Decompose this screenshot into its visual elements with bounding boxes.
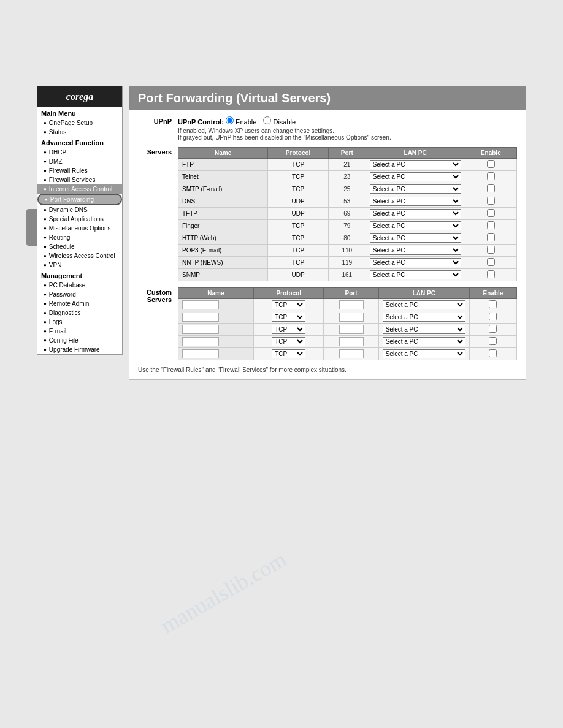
custom-name-input-3[interactable]: [182, 337, 219, 346]
custom-lanpc-0[interactable]: Select a PC: [378, 299, 469, 311]
server-enable-checkbox-7[interactable]: [487, 246, 495, 254]
server-enable-checkbox-0[interactable]: [487, 160, 495, 168]
custom-enable-1[interactable]: [469, 311, 516, 324]
server-enable-6[interactable]: [465, 232, 516, 245]
server-enable-1[interactable]: [465, 171, 516, 183]
custom-port-input-1[interactable]: [339, 313, 364, 322]
server-lanpc-select-9[interactable]: Select a PC: [370, 270, 461, 279]
server-lanpc-select-0[interactable]: Select a PC: [370, 160, 461, 169]
sidebar-item-upgrade-firmware[interactable]: ● Upgrade Firmware: [37, 345, 122, 354]
custom-lanpc-2[interactable]: Select a PC: [378, 324, 469, 336]
sidebar-item-diagnostics[interactable]: ● Diagnostics: [37, 308, 122, 317]
server-enable-8[interactable]: [465, 257, 516, 269]
custom-name-input-4[interactable]: [182, 349, 219, 358]
custom-lanpc-select-0[interactable]: Select a PC: [383, 300, 465, 309]
custom-name-4[interactable]: [178, 348, 254, 360]
custom-port-4[interactable]: [324, 348, 378, 360]
server-enable-7[interactable]: [465, 245, 516, 257]
sidebar-item-status[interactable]: ● Status: [37, 127, 122, 137]
custom-lanpc-select-2[interactable]: Select a PC: [383, 325, 465, 334]
server-lanpc-select-6[interactable]: Select a PC: [370, 233, 461, 243]
custom-enable-checkbox-1[interactable]: [489, 313, 497, 320]
custom-port-input-4[interactable]: [339, 349, 364, 358]
server-enable-checkbox-9[interactable]: [487, 270, 495, 278]
custom-protocol-0[interactable]: TCP UDP: [253, 299, 324, 311]
sidebar-item-schedule[interactable]: ● Schedule: [37, 242, 122, 251]
server-enable-checkbox-2[interactable]: [487, 184, 495, 192]
server-enable-checkbox-4[interactable]: [487, 209, 495, 217]
custom-port-input-0[interactable]: [339, 300, 364, 309]
custom-name-1[interactable]: [178, 311, 254, 324]
custom-protocol-select-3[interactable]: TCP UDP: [272, 337, 305, 346]
sidebar-item-port-forwarding[interactable]: ● Port Forwarding: [37, 194, 122, 205]
server-enable-3[interactable]: [465, 195, 516, 208]
server-lanpc-select-4[interactable]: Select a PC: [370, 209, 461, 218]
server-lanpc-select-5[interactable]: Select a PC: [370, 221, 461, 230]
custom-port-0[interactable]: [324, 299, 378, 311]
server-enable-checkbox-3[interactable]: [487, 197, 495, 205]
upnp-disable-radio[interactable]: [263, 116, 271, 124]
server-enable-4[interactable]: [465, 208, 516, 220]
server-lanpc-7[interactable]: Select a PC: [366, 245, 465, 257]
custom-port-2[interactable]: [324, 324, 378, 336]
server-enable-checkbox-1[interactable]: [487, 172, 495, 180]
server-enable-checkbox-8[interactable]: [487, 258, 495, 266]
server-enable-0[interactable]: [465, 159, 516, 171]
upnp-enable-radio[interactable]: [226, 116, 234, 124]
custom-port-3[interactable]: [324, 336, 378, 348]
sidebar-item-internet-access-control[interactable]: ● Internet Access Control: [37, 184, 122, 194]
sidebar-item-special-applications[interactable]: ● Special Applications: [37, 214, 122, 224]
custom-lanpc-4[interactable]: Select a PC: [378, 348, 469, 360]
sidebar-item-remote-admin[interactable]: ● Remote Admin: [37, 299, 122, 308]
server-lanpc-select-2[interactable]: Select a PC: [370, 184, 461, 194]
custom-protocol-select-4[interactable]: TCP UDP: [272, 349, 305, 358]
custom-name-input-2[interactable]: [182, 325, 219, 334]
sidebar-item-dmz[interactable]: ● DMZ: [37, 157, 122, 166]
sidebar-item-onepage-setup[interactable]: ● OnePage Setup: [37, 118, 122, 127]
sidebar-item-config-file[interactable]: ● Config File: [37, 336, 122, 345]
custom-enable-checkbox-2[interactable]: [489, 325, 497, 333]
custom-name-2[interactable]: [178, 324, 254, 336]
sidebar-item-routing[interactable]: ● Routing: [37, 233, 122, 242]
sidebar-item-dhcp[interactable]: ● DHCP: [37, 148, 122, 157]
server-lanpc-5[interactable]: Select a PC: [366, 220, 465, 232]
server-lanpc-select-3[interactable]: Select a PC: [370, 197, 461, 206]
server-lanpc-0[interactable]: Select a PC: [366, 159, 465, 171]
server-lanpc-4[interactable]: Select a PC: [366, 208, 465, 220]
server-lanpc-select-7[interactable]: Select a PC: [370, 246, 461, 255]
custom-lanpc-select-1[interactable]: Select a PC: [383, 313, 465, 322]
custom-enable-checkbox-3[interactable]: [489, 337, 497, 345]
sidebar-item-email[interactable]: ● E-mail: [37, 327, 122, 336]
server-lanpc-select-1[interactable]: Select a PC: [370, 172, 461, 181]
custom-protocol-1[interactable]: TCP UDP: [253, 311, 324, 324]
custom-protocol-3[interactable]: TCP UDP: [253, 336, 324, 348]
upnp-disable-label[interactable]: Disable: [263, 118, 296, 126]
custom-lanpc-select-3[interactable]: Select a PC: [383, 337, 465, 346]
server-enable-5[interactable]: [465, 220, 516, 232]
server-enable-checkbox-6[interactable]: [487, 233, 495, 241]
server-lanpc-select-8[interactable]: Select a PC: [370, 258, 461, 267]
custom-enable-3[interactable]: [469, 336, 516, 348]
custom-enable-4[interactable]: [469, 348, 516, 360]
custom-port-1[interactable]: [324, 311, 378, 324]
custom-protocol-select-2[interactable]: TCP UDP: [272, 325, 305, 334]
custom-enable-0[interactable]: [469, 299, 516, 311]
custom-protocol-4[interactable]: TCP UDP: [253, 348, 324, 360]
sidebar-item-miscellaneous-options[interactable]: ● Miscellaneous Options: [37, 224, 122, 233]
sidebar-item-pc-database[interactable]: ● PC Database: [37, 281, 122, 290]
custom-port-input-2[interactable]: [339, 325, 364, 334]
custom-name-0[interactable]: [178, 299, 254, 311]
custom-lanpc-select-4[interactable]: Select a PC: [383, 349, 465, 358]
server-lanpc-9[interactable]: Select a PC: [366, 269, 465, 281]
custom-name-input-0[interactable]: [182, 300, 219, 309]
server-lanpc-3[interactable]: Select a PC: [366, 195, 465, 208]
sidebar-item-firewall-rules[interactable]: ● Firewall Rules: [37, 166, 122, 175]
server-enable-9[interactable]: [465, 269, 516, 281]
custom-lanpc-3[interactable]: Select a PC: [378, 336, 469, 348]
custom-protocol-select-0[interactable]: TCP UDP: [272, 300, 305, 309]
custom-enable-checkbox-0[interactable]: [489, 300, 497, 308]
server-lanpc-1[interactable]: Select a PC: [366, 171, 465, 183]
server-lanpc-8[interactable]: Select a PC: [366, 257, 465, 269]
custom-name-3[interactable]: [178, 336, 254, 348]
sidebar-item-dynamic-dns[interactable]: ● Dynamic DNS: [37, 205, 122, 214]
